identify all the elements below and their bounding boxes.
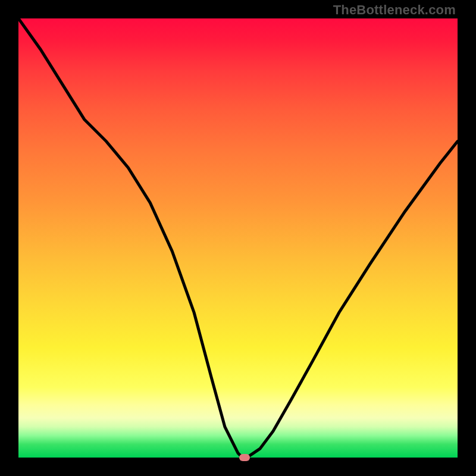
- attribution-text: TheBottleneck.com: [333, 2, 456, 18]
- minimum-marker: [239, 454, 250, 461]
- plot-area: [18, 18, 458, 458]
- chart-frame: TheBottleneck.com: [0, 0, 476, 476]
